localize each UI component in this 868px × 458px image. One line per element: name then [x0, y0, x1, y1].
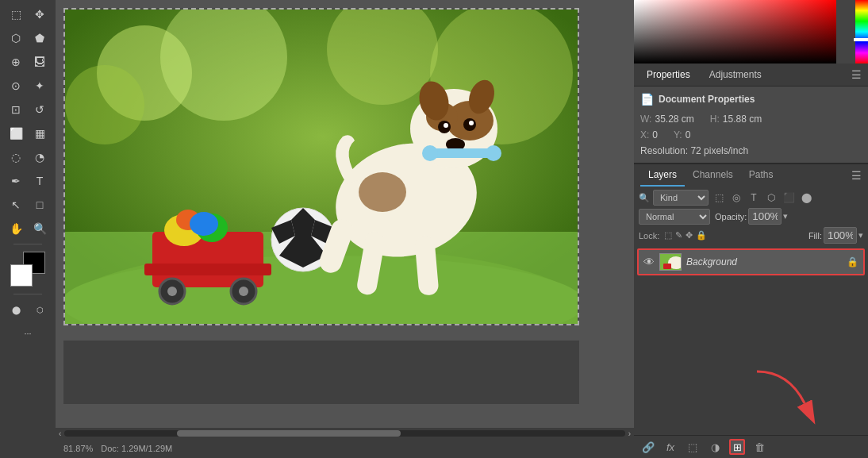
kind-select[interactable]: Kind [653, 190, 709, 206]
opacity-chevron[interactable]: ▾ [783, 211, 788, 221]
dodge-tool[interactable]: ◔ [29, 146, 51, 168]
layer-item-background[interactable]: 👁 Background 🔒 [637, 248, 865, 275]
layer-visibility-icon[interactable]: 👁 [643, 256, 655, 268]
tab-properties[interactable]: Properties [640, 67, 697, 83]
color-picker[interactable] [634, 0, 868, 64]
extra-tools[interactable]: ··· [17, 322, 39, 344]
brush-tool[interactable]: ✦ [29, 75, 51, 97]
tab-layers[interactable]: Layers [640, 164, 685, 187]
layer-thumbnail [659, 253, 682, 271]
filter-adjustment-icon[interactable]: ◎ [729, 191, 743, 205]
width-prop: W: 35.28 cm [640, 114, 694, 125]
properties-content: 📄 Document Properties W: 35.28 cm H: 15.… [634, 87, 868, 163]
fill-chevron[interactable]: ▾ [858, 230, 863, 241]
eraser-tool[interactable]: ⬜ [5, 122, 27, 144]
layers-bottom-toolbar: 🔗 fx ⬚ ◑ ⊞ 🗑 [634, 435, 868, 458]
doc-icon: 📄 [640, 93, 654, 106]
filter-toggle[interactable]: ⬤ [799, 191, 813, 205]
svg-point-29 [469, 121, 474, 125]
canvas-container[interactable] [56, 0, 634, 428]
doc-info: Doc: 1.29M/1.29M [101, 444, 172, 453]
tab-adjustments[interactable]: Adjustments [703, 67, 768, 83]
quick-mask-tool[interactable]: ⬤ [5, 298, 27, 321]
y-value: 0 [686, 129, 691, 140]
text-tool[interactable]: T [29, 170, 51, 192]
hand-tool[interactable]: ✋ [5, 217, 27, 240]
tab-channels[interactable]: Channels [685, 164, 741, 187]
svg-rect-10 [144, 264, 271, 275]
layers-controls: 🔍 Kind ⬚ ◎ T ⬡ ⬛ ⬤ Normal [634, 187, 868, 247]
blend-row: Normal Opacity: ▾ [639, 208, 863, 225]
pen-tool[interactable]: ✒ [5, 170, 27, 192]
layers-empty-space [634, 277, 868, 435]
hue-slider[interactable] [855, 0, 868, 64]
canvas-image[interactable] [63, 8, 579, 325]
zoom-tool[interactable]: 🔍 [29, 217, 51, 240]
position-row: X: 0 Y: 0 [640, 129, 862, 140]
horizontal-scrollbar[interactable]: ‹ › [56, 428, 634, 439]
filter-icons: ⬚ ◎ T ⬡ ⬛ ⬤ [712, 191, 813, 205]
filter-pixel-icon[interactable]: ⬚ [712, 191, 726, 205]
svg-rect-40 [663, 264, 671, 269]
layer-name: Background [686, 256, 842, 267]
lock-position-icon[interactable]: ✥ [686, 230, 693, 241]
x-prop: X: 0 [640, 129, 658, 140]
color-gradient[interactable] [634, 0, 836, 64]
filter-smart-icon[interactable]: ⬛ [782, 191, 796, 205]
height-value: 15.88 cm [723, 114, 762, 125]
doc-title: Document Properties [659, 94, 755, 105]
quick-select-tool[interactable]: ⬟ [29, 27, 51, 49]
layers-menu-icon[interactable]: ☰ [851, 169, 862, 182]
properties-header: Properties Adjustments ☰ [634, 64, 868, 87]
opacity-input[interactable] [748, 208, 782, 225]
delete-layer-button[interactable]: 🗑 [751, 439, 767, 455]
blur-tool[interactable]: ◌ [5, 146, 27, 168]
y-prop: Y: 0 [674, 129, 690, 140]
layer-styles-button[interactable]: fx [663, 439, 678, 455]
x-label: X: [640, 129, 649, 140]
panel-menu-icon[interactable]: ☰ [851, 68, 862, 81]
history-brush[interactable]: ↺ [29, 98, 51, 121]
y-label: Y: [674, 129, 682, 140]
height-prop: H: 15.88 cm [710, 114, 762, 125]
add-mask-button[interactable]: ⬚ [685, 439, 701, 455]
new-layer-button[interactable]: ⊞ [729, 439, 745, 455]
resolution-label: Resolution: [640, 145, 688, 156]
clone-tool[interactable]: ⊡ [5, 98, 27, 121]
resolution-value: 72 pixels/inch [690, 145, 748, 156]
svg-rect-31 [430, 148, 494, 158]
path-selection-tool[interactable]: ↖ [5, 194, 27, 216]
tab-paths[interactable]: Paths [741, 164, 782, 187]
filter-shape-icon[interactable]: ⬡ [764, 191, 778, 205]
layer-lock-icon: 🔒 [847, 256, 858, 267]
foreground-color[interactable] [10, 264, 33, 287]
screen-mode[interactable]: ⬡ [29, 298, 51, 321]
selection-tool[interactable]: ⬚ [5, 3, 27, 25]
healing-tool[interactable]: ⊙ [5, 75, 27, 97]
gradient-tool[interactable]: ▦ [29, 122, 51, 144]
filter-text-icon[interactable]: T [747, 191, 761, 205]
eyedropper-tool[interactable]: ⛾ [29, 51, 51, 73]
color-swatches[interactable] [10, 252, 45, 287]
lock-icons: ⬚ ✎ ✥ 🔒 [664, 230, 707, 241]
blend-mode-select[interactable]: Normal [639, 209, 710, 225]
lasso-tool[interactable]: ⬡ [5, 27, 27, 49]
crop-tool[interactable]: ⊕ [5, 51, 27, 73]
lock-all-icon[interactable]: 🔒 [696, 230, 707, 241]
lock-transparent-icon[interactable]: ⬚ [664, 230, 672, 241]
new-adjustment-button[interactable]: ◑ [707, 439, 723, 455]
svg-point-18 [190, 212, 218, 236]
shape-tool[interactable]: □ [29, 194, 51, 216]
width-label: W: [640, 114, 651, 125]
resolution-row: Resolution: 72 pixels/inch [640, 145, 862, 156]
filter-row: 🔍 Kind ⬚ ◎ T ⬡ ⬛ ⬤ [639, 190, 863, 206]
svg-point-32 [422, 145, 438, 161]
lock-image-icon[interactable]: ✎ [675, 230, 682, 241]
fill-input[interactable] [824, 227, 857, 244]
zoom-level: 81.87% [63, 444, 93, 453]
hue-indicator [854, 38, 868, 41]
layers-tabs: Layers Channels Paths ☰ [634, 164, 868, 187]
opacity-control: Opacity: ▾ [715, 208, 788, 225]
link-layers-button[interactable]: 🔗 [640, 439, 656, 455]
move-tool[interactable]: ✥ [29, 3, 51, 25]
